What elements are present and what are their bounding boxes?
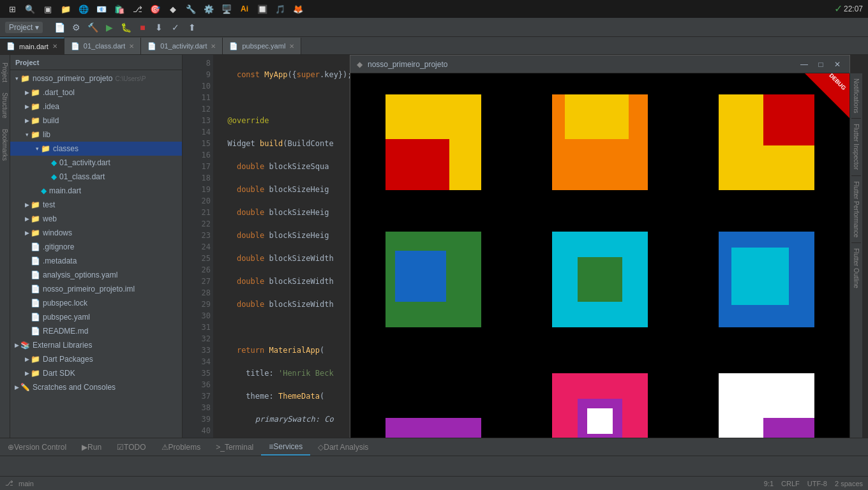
tree-item-01-activity[interactable]: ▶ ◆ 01_activity.dart [10,156,182,170]
tab-01-activity-dart-close[interactable]: ✕ [211,43,216,50]
flutter-maximize-button[interactable]: □ [815,59,827,70]
task-view-icon[interactable]: ▣ [41,2,55,16]
sidebar-structure-tab[interactable]: Structure [0,87,10,124]
git-update-icon[interactable]: ⬇ [151,20,167,35]
tree-item-scratches[interactable]: ▶ ✏️ Scratches and Consoles [10,380,182,394]
flutter-content: DEBUG [350,73,849,438]
tree-label-web: web [43,214,57,223]
ide-topbar: Project ▾ 📄 ⚙ 🔨 ▶ 🐛 ■ ⬇ ✓ ⬆ ✓ [0,18,868,37]
git-push-icon[interactable]: ⬆ [184,20,200,35]
flutter-row-3 [350,348,849,438]
tab-todo[interactable]: ☑ TODO [109,438,153,456]
cell8-white [587,408,613,434]
app2-icon[interactable]: ⚙️ [202,2,216,16]
tab-services[interactable]: ≡ Services [261,438,310,456]
tree-item-test[interactable]: ▶ 📁 test [10,198,182,212]
tab-problems[interactable]: ⚠ Problems [154,438,209,456]
tab-main-dart-close[interactable]: ✕ [52,43,57,50]
flutter-inspector-tab[interactable]: Flutter Inspector [851,119,861,175]
cell4-outer [385,232,481,327]
git-commit-icon[interactable]: ✓ [168,20,183,35]
cell9-inner [763,418,814,438]
jetbrains-icon[interactable]: Ai [237,2,251,16]
tree-item-pubspec-lock[interactable]: ▶ 📄 pubspec.lock [10,296,182,310]
git-icon[interactable]: ⎇ [130,2,144,16]
app1-icon[interactable]: 🔧 [184,2,198,16]
run-icon[interactable]: ▶ [101,20,117,35]
flutter-cell-7 [350,348,517,438]
app5-icon[interactable]: 🎵 [273,2,287,16]
tree-item-dart-tool[interactable]: ▶ 📁 .dart_tool [10,85,182,100]
dart-icon[interactable]: ◆ [166,2,180,16]
tab-pubspec-yaml-icon: 📄 [229,42,238,50]
windows-start-icon[interactable]: ⊞ [5,2,19,16]
bottom-tabs: ⊕ Version Control ▶ Run ☑ TODO ⚠ Problem… [0,438,868,456]
tree-folder-test-icon: 📁 [31,200,40,209]
build-icon[interactable]: 🔨 [85,20,100,35]
file-explorer-icon[interactable]: 📁 [59,2,73,16]
tree-label-build: build [43,116,59,125]
mail-icon[interactable]: 📧 [94,2,108,16]
status-indent: 2 spaces [835,480,863,487]
tree-item-01-class[interactable]: ▶ ◆ 01_class.dart [10,170,182,184]
flutter-close-button[interactable]: ✕ [832,59,843,70]
tree-arrow-build: ▶ [23,117,31,124]
tree-item-windows[interactable]: ▶ 📁 windows [10,226,182,240]
tree-gitignore-icon: 📄 [31,242,40,251]
firefox-icon[interactable]: 🦊 [291,2,305,16]
status-git-branch: main [19,480,34,487]
tab-main-dart[interactable]: 📄 main.dart ✕ [0,38,64,54]
tree-item-idea[interactable]: ▶ 📁 .idea [10,100,182,114]
tree-item-classes[interactable]: ▾ 📁 classes [10,142,182,156]
tree-item-root[interactable]: ▾ 📁 nosso_primeiro_projeto C:\Users\P [10,71,182,85]
tree-item-gitignore[interactable]: ▶ 📄 .gitignore [10,240,182,254]
tree-item-pubspec-yaml[interactable]: ▶ 📄 pubspec.yaml [10,310,182,324]
tab-dart-analysis[interactable]: ◇ Dart Analysis [310,438,376,456]
sidebar-bookmarks-tab[interactable]: Bookmarks [0,124,10,166]
tree-label-gitignore: .gitignore [43,242,74,251]
tab-run[interactable]: ▶ Run [74,438,109,456]
tree-item-dart-sdk[interactable]: ▶ 📁 Dart SDK [10,366,182,380]
tab-01-activity-dart[interactable]: 📄 01_activity.dart ✕ [141,38,223,54]
tab-version-control[interactable]: ⊕ Version Control [0,438,74,456]
app4-icon[interactable]: 🔲 [255,2,269,16]
tree-label-windows: windows [43,228,72,237]
tree-item-lib[interactable]: ▾ 📁 lib [10,128,182,142]
app3-icon[interactable]: 🖥️ [220,2,234,16]
tab-01-class-dart-close[interactable]: ✕ [129,43,134,50]
debug-run-icon[interactable]: 🐛 [118,20,133,35]
flutter-minimize-button[interactable]: — [798,59,810,70]
todo-label: TODO [124,443,146,452]
tree-label-lib: lib [43,130,50,139]
browser-icon[interactable]: 🌐 [77,2,91,16]
tab-pubspec-yaml-close[interactable]: ✕ [289,43,294,50]
os-taskbar: ⊞ 🔍 ▣ 📁 🌐 📧 🛍️ ⎇ 🎯 ◆ 🔧 ⚙️ 🖥️ Ai 🔲 🎵 🦊 22… [0,0,868,18]
flutter-icon[interactable]: 🎯 [148,2,162,16]
tree-label-dart-packages: Dart Packages [43,355,93,364]
new-file-icon[interactable]: 📄 [52,20,67,35]
tree-item-web[interactable]: ▶ 📁 web [10,212,182,226]
tab-pubspec-yaml[interactable]: 📄 pubspec.yaml ✕ [223,38,301,54]
sidebar-project-tab[interactable]: Project [0,57,10,87]
tree-item-dart-packages[interactable]: ▶ 📁 Dart Packages [10,352,182,366]
ide-topbar-left: Project ▾ 📄 ⚙ 🔨 ▶ 🐛 ■ ⬇ ✓ ⬆ [5,20,200,35]
tree-item-build[interactable]: ▶ 📁 build [10,114,182,128]
notifications-panel-tab[interactable]: Notifications [851,73,861,119]
tab-01-activity-dart-label: 01_activity.dart [160,42,207,50]
flutter-outline-tab[interactable]: Flutter Outline [851,243,861,293]
flutter-performance-tab[interactable]: Flutter Performance [851,176,861,243]
tree-item-metadata[interactable]: ▶ 📄 .metadata [10,254,182,268]
tree-item-main-dart[interactable]: ▶ ◆ main.dart [10,184,182,198]
stop-icon[interactable]: ■ [135,20,150,35]
project-selector[interactable]: Project ▾ [5,22,43,33]
tree-item-external-libs[interactable]: ▶ 📚 External Libraries [10,338,182,352]
settings-icon[interactable]: ⚙ [68,20,84,35]
tab-terminal[interactable]: >_ Terminal [208,438,261,456]
tree-item-analysis[interactable]: ▶ 📄 analysis_options.yaml [10,268,182,282]
tree-item-iml[interactable]: ▶ 📄 nosso_primeiro_projeto.iml [10,282,182,296]
search-icon[interactable]: 🔍 [23,2,37,16]
store-icon[interactable]: 🛍️ [112,2,126,16]
flutter-window-dart-icon: ◆ [357,60,363,69]
tab-01-class-dart[interactable]: 📄 01_class.dart ✕ [64,38,141,54]
tree-item-readme[interactable]: ▶ 📄 README.md [10,324,182,338]
